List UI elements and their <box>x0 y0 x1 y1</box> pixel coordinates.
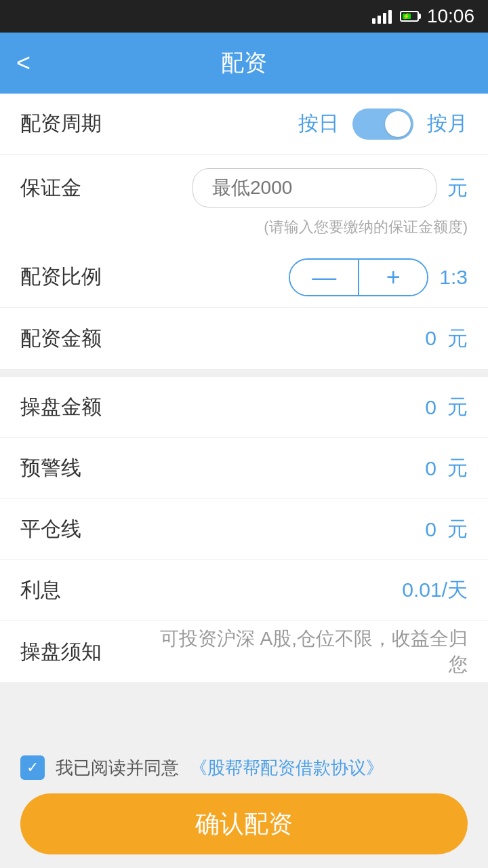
ratio-row: 配资比例 — + 1:3 <box>0 247 488 308</box>
deposit-unit: 元 <box>447 174 468 202</box>
interest-row: 利息 0.01/天 <box>0 560 488 621</box>
period-right-option: 按月 <box>427 110 468 138</box>
section-info: 操盘金额 0 元 预警线 0 元 平仓线 0 元 利息 0 <box>0 377 488 682</box>
agreement-row: ✓ 我已阅读并同意 《股帮帮配资借款协议》 <box>20 755 468 780</box>
liquidation-line-row: 平仓线 0 元 <box>0 499 488 560</box>
trading-amount-label: 操盘金额 <box>20 393 142 421</box>
agreement-text: 我已阅读并同意 <box>56 756 179 780</box>
interest-value: 0.01/天 <box>402 576 468 604</box>
ratio-decrease-button[interactable]: — <box>290 260 358 295</box>
warning-line-label: 预警线 <box>20 454 142 482</box>
trading-amount-row: 操盘金额 0 元 <box>0 377 488 438</box>
period-label: 配资周期 <box>20 110 142 138</box>
page-title: 配资 <box>221 47 267 79</box>
agreement-link[interactable]: 《股帮帮配资借款协议》 <box>190 756 384 780</box>
deposit-row: 保证金 元 (请输入您要缴纳的保证金额度) <box>0 155 488 247</box>
ratio-label: 配资比例 <box>20 263 142 291</box>
warning-line-unit: 元 <box>447 454 468 482</box>
deposit-hint: (请输入您要缴纳的保证金额度) <box>0 213 488 247</box>
status-bar: ⚡ 10:06 <box>0 0 488 33</box>
interest-label: 利息 <box>20 576 142 604</box>
deposit-input[interactable] <box>192 168 436 208</box>
notice-row: 操盘须知 可投资沪深 A股,仓位不限，收益全归您 <box>0 621 488 682</box>
status-time: 10:06 <box>427 5 474 27</box>
toggle-thumb <box>385 111 411 137</box>
amount-value: 0 <box>425 327 436 350</box>
period-toggle[interactable] <box>352 108 413 140</box>
bottom-area: ✓ 我已阅读并同意 《股帮帮配资借款协议》 确认配资 <box>0 742 488 868</box>
back-button[interactable]: < <box>16 49 30 77</box>
confirm-button[interactable]: 确认配资 <box>20 793 468 854</box>
signal-icon <box>372 9 392 24</box>
ratio-increase-button[interactable]: + <box>359 260 427 295</box>
liquidation-line-unit: 元 <box>447 515 468 543</box>
header: < 配资 <box>0 33 488 94</box>
trading-amount-value: 0 <box>425 396 436 419</box>
ratio-stepper[interactable]: — + <box>289 258 428 296</box>
warning-line-row: 预警线 0 元 <box>0 438 488 499</box>
notice-value: 可投资沪深 A股,仓位不限，收益全归您 <box>142 626 468 677</box>
agreement-checkbox[interactable]: ✓ <box>20 755 45 780</box>
liquidation-line-label: 平仓线 <box>20 515 142 543</box>
section-main: 配资周期 按日 按月 保证金 元 (请输入您要缴纳的保证金额 <box>0 94 488 369</box>
deposit-label: 保证金 <box>20 174 142 202</box>
period-toggle-section: 按日 按月 <box>142 108 468 140</box>
period-left-option: 按日 <box>298 110 339 138</box>
trading-amount-unit: 元 <box>447 393 468 421</box>
period-row: 配资周期 按日 按月 <box>0 94 488 155</box>
amount-unit: 元 <box>447 325 468 353</box>
ratio-value: 1:3 <box>439 266 468 289</box>
warning-line-value: 0 <box>425 457 436 480</box>
amount-row: 配资金额 0 元 <box>0 308 488 369</box>
notice-label: 操盘须知 <box>20 638 142 666</box>
battery-icon: ⚡ <box>400 11 419 22</box>
amount-label: 配资金额 <box>20 325 142 353</box>
content: 配资周期 按日 按月 保证金 元 (请输入您要缴纳的保证金额 <box>0 94 488 742</box>
liquidation-line-value: 0 <box>425 518 436 541</box>
